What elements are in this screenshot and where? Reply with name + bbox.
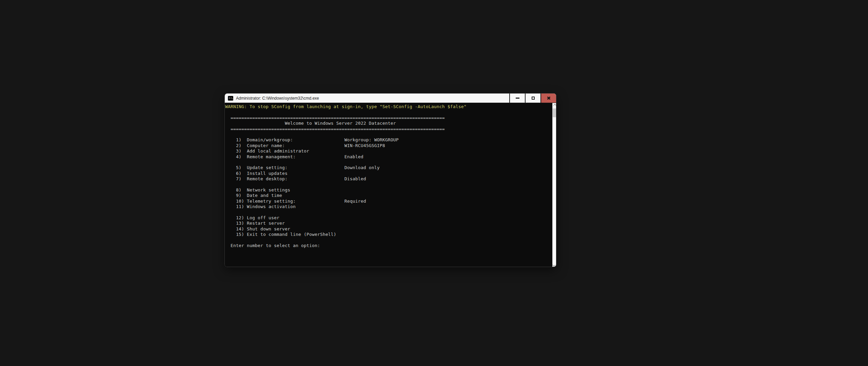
menu-item-line: 10) Telemetry setting: Required <box>225 199 552 204</box>
vertical-scrollbar[interactable] <box>552 103 556 267</box>
titlebar-left: C:\. Administrator: C:\Windows\system32\… <box>225 94 319 103</box>
terminal-blank-line <box>225 109 552 115</box>
header-separator-line: ========================================… <box>225 115 552 121</box>
menu-item-line: 2) Computer name: WIN-RCU45GSGIP8 <box>225 143 552 148</box>
terminal-blank-line <box>225 209 552 215</box>
window-title: Administrator: C:\Windows\system32\cmd.e… <box>236 96 319 101</box>
menu-item-line: 4) Remote management: Enabled <box>225 154 552 160</box>
menu-item-line: 3) Add local administrator <box>225 148 552 154</box>
header-separator-line: ========================================… <box>225 126 552 132</box>
terminal-warning-line: WARNING: To stop SConfig from launching … <box>225 104 552 109</box>
minimize-icon <box>516 98 519 99</box>
window-controls <box>509 94 556 103</box>
scroll-up-button[interactable] <box>553 103 556 108</box>
menu-item-line: 15) Exit to command line (PowerShell) <box>225 232 552 237</box>
terminal-blank-line <box>225 160 552 165</box>
cmd-prompt-icon: C:\. <box>228 96 233 101</box>
maximize-icon <box>532 97 535 100</box>
chevron-up-icon <box>553 104 556 107</box>
terminal-output: WARNING: To stop SConfig from launching … <box>225 104 552 267</box>
header-welcome-line: Welcome to Windows Server 2022 Datacente… <box>225 121 552 126</box>
menu-item-line: 12) Log off user <box>225 215 552 221</box>
scroll-down-button[interactable] <box>553 263 556 267</box>
cmd-window: C:\. Administrator: C:\Windows\system32\… <box>224 93 556 267</box>
scrollbar-thumb[interactable] <box>553 108 556 117</box>
minimize-button[interactable] <box>509 94 525 103</box>
menu-item-line: 13) Restart server <box>225 221 552 226</box>
menu-item-line: 5) Update setting: Download only <box>225 165 552 170</box>
menu-item-line: 1) Domain/workgroup: Workgroup: WORKGROU… <box>225 137 552 143</box>
menu-item-line: 14) Shut down server <box>225 226 552 232</box>
menu-item-line: 7) Remote desktop: Disabled <box>225 176 552 182</box>
terminal-blank-line <box>225 132 552 137</box>
close-icon <box>547 96 551 100</box>
terminal-screen[interactable]: WARNING: To stop SConfig from launching … <box>225 103 556 267</box>
terminal-blank-line <box>225 237 552 243</box>
menu-item-line: 6) Install updates <box>225 171 552 176</box>
prompt-line: Enter number to select an option: <box>225 243 552 248</box>
titlebar[interactable]: C:\. Administrator: C:\Windows\system32\… <box>225 94 556 103</box>
chevron-down-icon <box>552 264 555 266</box>
close-button[interactable] <box>540 94 556 103</box>
maximize-button[interactable] <box>525 94 540 103</box>
terminal-blank-line <box>225 182 552 187</box>
menu-item-line: 9) Date and time <box>225 193 552 198</box>
menu-item-line: 11) Windows activation <box>225 204 552 209</box>
menu-item-line: 8) Network settings <box>225 187 552 193</box>
